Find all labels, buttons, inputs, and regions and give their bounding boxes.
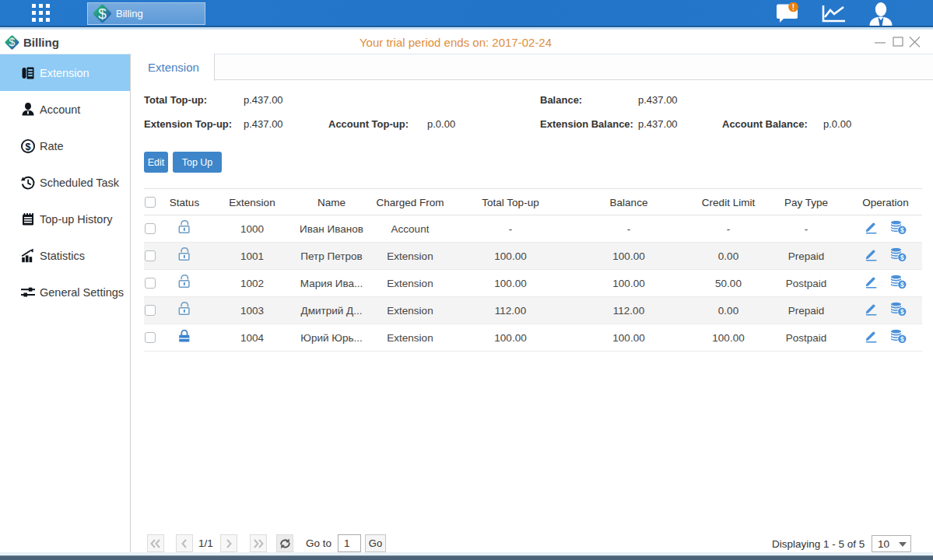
svg-text:$: $ (900, 226, 904, 234)
svg-text:$: $ (26, 141, 31, 152)
svg-text:$: $ (900, 308, 904, 316)
svg-text:$: $ (900, 281, 904, 289)
svg-text:$: $ (98, 5, 107, 22)
svg-text:$: $ (900, 254, 904, 261)
svg-text:!: ! (792, 3, 794, 12)
svg-text:$: $ (900, 335, 904, 343)
